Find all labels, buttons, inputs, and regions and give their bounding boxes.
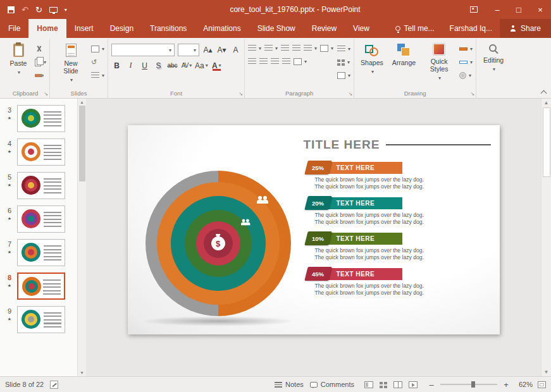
- scroll-down-icon[interactable]: ▼: [544, 369, 549, 375]
- tab-animations[interactable]: Animations: [195, 19, 249, 38]
- comments-button[interactable]: Comments: [310, 381, 354, 388]
- decrease-indent-button[interactable]: [281, 44, 289, 53]
- tab-review[interactable]: Review: [304, 19, 345, 38]
- item-body-text[interactable]: The quick brown fox jumps over the lazy …: [315, 212, 430, 226]
- diagram-center[interactable]: $: [204, 229, 233, 258]
- font-size-dropdown-icon[interactable]: ▾: [191, 44, 199, 56]
- section-button[interactable]: [91, 71, 104, 80]
- align-right-button[interactable]: [271, 57, 279, 66]
- slide-title[interactable]: TITLE HERE: [304, 138, 380, 152]
- slide-3-thumbnail[interactable]: [17, 105, 65, 132]
- slide-8-thumbnail[interactable]: [17, 273, 65, 300]
- slide-editing-area[interactable]: TITLE HERE $: [128, 125, 500, 334]
- text-shadow-button[interactable]: S: [153, 60, 164, 71]
- item-banner[interactable]: TEXT HERE: [325, 197, 402, 209]
- close-button[interactable]: ×: [529, 0, 551, 19]
- thumbnail-scrollbar[interactable]: ▲ ▼: [77, 99, 86, 376]
- font-name-input[interactable]: ▾: [111, 44, 175, 56]
- clipboard-dialog-launcher-icon[interactable]: ↘: [44, 92, 48, 97]
- main-scrollbar[interactable]: ▲ ▼: [541, 99, 551, 376]
- slide-layout-button[interactable]: [91, 44, 104, 54]
- tell-me-button[interactable]: Tell me...: [388, 19, 442, 38]
- shape-fill-button[interactable]: [459, 44, 473, 54]
- drawing-dialog-launcher-icon[interactable]: ↘: [470, 92, 474, 97]
- zoom-slider[interactable]: [440, 384, 497, 385]
- maximize-button[interactable]: □: [508, 0, 529, 19]
- list-item[interactable]: 20% TEXT HERE The quick brown fox jumps …: [306, 196, 491, 226]
- zoom-in-button[interactable]: +: [502, 380, 510, 389]
- columns-button[interactable]: [294, 57, 307, 66]
- notes-button[interactable]: Notes: [275, 381, 304, 388]
- copy-button[interactable]: [35, 58, 46, 67]
- numbering-button[interactable]: [264, 44, 278, 53]
- strikethrough-button[interactable]: abc: [167, 60, 178, 71]
- item-percent-badge[interactable]: 25%: [304, 161, 331, 175]
- change-case-button[interactable]: Aa: [195, 60, 208, 71]
- font-dialog-launcher-icon[interactable]: ↘: [238, 92, 243, 97]
- font-size-input[interactable]: ▾: [178, 44, 199, 56]
- share-button[interactable]: Share: [500, 19, 551, 38]
- format-painter-button[interactable]: [35, 71, 46, 80]
- clear-formatting-button[interactable]: A: [230, 45, 241, 56]
- new-slide-button[interactable]: New Slide: [53, 41, 89, 88]
- tab-design[interactable]: Design: [102, 19, 142, 38]
- scroll-up-icon[interactable]: ▲: [544, 100, 549, 106]
- justify-button[interactable]: [282, 57, 290, 66]
- reset-slide-button[interactable]: ↺: [91, 58, 104, 67]
- underline-button[interactable]: U: [139, 60, 150, 71]
- slide-6-thumbnail[interactable]: [17, 205, 65, 233]
- collapse-ribbon-icon[interactable]: [541, 90, 547, 97]
- account-name[interactable]: Farshad Iq...: [442, 19, 500, 38]
- spell-check-icon[interactable]: [50, 381, 58, 389]
- arrange-button[interactable]: Arrange: [389, 41, 419, 88]
- item-banner[interactable]: TEXT HERE: [325, 233, 402, 245]
- scrollbar-thumb[interactable]: [543, 107, 550, 177]
- zoom-slider-thumb[interactable]: [471, 381, 475, 388]
- zoom-out-button[interactable]: –: [428, 380, 435, 389]
- tab-insert[interactable]: Insert: [66, 19, 102, 38]
- editing-button[interactable]: Editing: [480, 41, 507, 88]
- slide-4-thumbnail[interactable]: [17, 138, 65, 166]
- quick-styles-button[interactable]: Quick Styles: [421, 41, 457, 88]
- tab-slide-show[interactable]: Slide Show: [249, 19, 304, 38]
- fit-to-window-icon[interactable]: [538, 381, 546, 388]
- paste-button[interactable]: Paste: [4, 41, 32, 88]
- item-body-text[interactable]: The quick brown fox jumps over the lazy …: [315, 176, 430, 190]
- scroll-down-icon[interactable]: ▼: [80, 371, 84, 375]
- font-name-dropdown-icon[interactable]: ▾: [166, 44, 174, 56]
- normal-view-icon[interactable]: [364, 381, 373, 388]
- bold-button[interactable]: B: [111, 60, 122, 71]
- undo-icon[interactable]: ↶: [22, 6, 28, 14]
- minimize-button[interactable]: –: [486, 0, 508, 19]
- concentric-diagram[interactable]: $: [145, 171, 291, 316]
- slide-9-thumbnail[interactable]: [17, 306, 65, 333]
- font-color-button[interactable]: A: [211, 60, 222, 71]
- scrollbar-thumb[interactable]: [79, 106, 85, 181]
- redo-icon[interactable]: ↻: [35, 6, 42, 14]
- tab-transitions[interactable]: Transitions: [142, 19, 195, 38]
- save-icon[interactable]: [8, 6, 15, 13]
- shape-outline-button[interactable]: [459, 58, 473, 67]
- customize-quick-access-icon[interactable]: ▾: [65, 7, 67, 13]
- cut-button[interactable]: [35, 44, 46, 54]
- align-center-button[interactable]: [259, 57, 268, 66]
- arrange-objects-button[interactable]: [337, 71, 350, 80]
- zoom-level[interactable]: 62%: [515, 381, 533, 388]
- item-percent-badge[interactable]: 20%: [304, 196, 331, 210]
- item-banner[interactable]: TEXT HERE: [325, 268, 402, 280]
- slide-sorter-view-icon[interactable]: [380, 382, 383, 384]
- list-item[interactable]: 10% TEXT HERE The quick brown fox jumps …: [306, 231, 491, 261]
- increase-indent-button[interactable]: [292, 44, 300, 53]
- convert-smartart-button[interactable]: [337, 58, 350, 67]
- align-text-button[interactable]: [337, 44, 350, 54]
- list-item[interactable]: 45% TEXT HERE The quick brown fox jumps …: [306, 267, 491, 297]
- item-banner[interactable]: TEXT HERE: [325, 162, 402, 174]
- reading-view-icon[interactable]: [393, 381, 402, 388]
- shapes-button[interactable]: Shapes: [357, 41, 387, 88]
- item-body-text[interactable]: The quick brown fox jumps over the lazy …: [315, 247, 430, 261]
- align-left-button[interactable]: [248, 57, 256, 66]
- list-item[interactable]: 25% TEXT HERE The quick brown fox jumps …: [306, 161, 491, 190]
- increase-font-size-button[interactable]: A▴: [202, 45, 213, 56]
- start-from-beginning-icon[interactable]: [49, 7, 58, 13]
- italic-button[interactable]: I: [125, 60, 136, 71]
